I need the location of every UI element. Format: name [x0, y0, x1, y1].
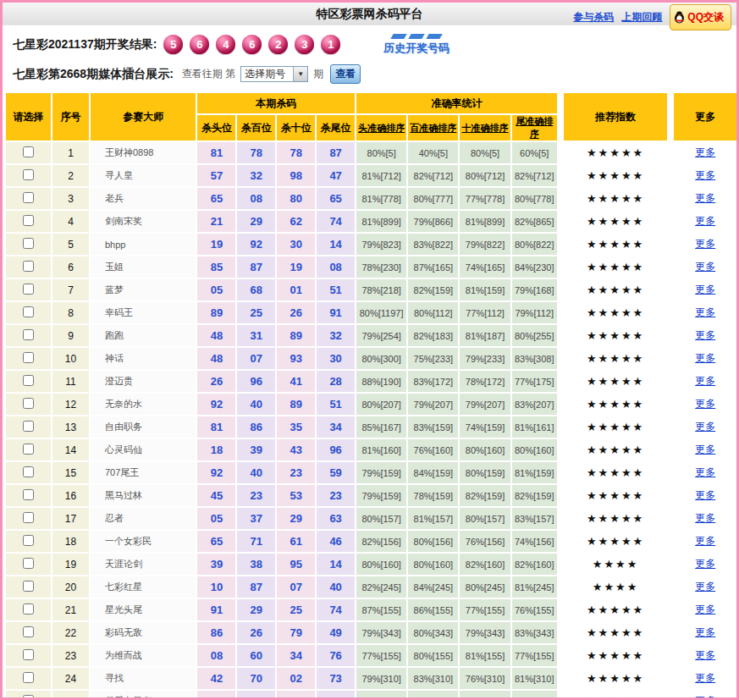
- kill-number: 02: [277, 668, 315, 689]
- row-select-checkbox[interactable]: [23, 581, 34, 592]
- master-name[interactable]: 我爱七星彩: [91, 691, 196, 700]
- more-link[interactable]: 更多: [695, 421, 715, 433]
- row-select-checkbox[interactable]: [23, 421, 34, 432]
- sort-hundred-accuracy-link[interactable]: 百准确排序: [408, 115, 458, 141]
- master-name[interactable]: 星光头尾: [91, 599, 196, 620]
- row-select-checkbox[interactable]: [23, 626, 34, 637]
- qq-penguin-icon: [674, 11, 685, 24]
- master-name[interactable]: 幸码王: [91, 302, 196, 323]
- more-link[interactable]: 更多: [695, 672, 715, 684]
- more-link[interactable]: 更多: [695, 626, 715, 638]
- row-index: 9: [52, 325, 89, 346]
- row-select-checkbox[interactable]: [23, 398, 34, 409]
- row-select-checkbox[interactable]: [23, 352, 34, 363]
- master-name[interactable]: 老兵: [91, 188, 196, 209]
- master-name[interactable]: 七彩红星: [91, 576, 196, 598]
- history-numbers-link[interactable]: 历史开奖号码: [383, 34, 449, 56]
- row-select-checkbox[interactable]: [23, 558, 34, 569]
- master-name[interactable]: 自由职务: [91, 416, 196, 438]
- more-link[interactable]: 更多: [695, 146, 715, 158]
- more-link[interactable]: 更多: [695, 649, 715, 661]
- more-link[interactable]: 更多: [695, 466, 715, 478]
- master-name[interactable]: 神话: [91, 348, 196, 369]
- row-select-checkbox[interactable]: [23, 512, 34, 523]
- more-link[interactable]: 更多: [695, 192, 715, 204]
- master-name[interactable]: 黑马过林: [91, 485, 196, 506]
- more-link[interactable]: 更多: [695, 444, 715, 455]
- master-name[interactable]: 为维而战: [91, 645, 196, 666]
- row-select-checkbox[interactable]: [23, 329, 34, 340]
- row-select-checkbox[interactable]: [23, 604, 34, 615]
- more-link[interactable]: 更多: [695, 604, 715, 615]
- master-name[interactable]: 玉姐: [91, 256, 196, 278]
- accuracy-stat: 80%[155]: [408, 645, 458, 666]
- accuracy-stat: 84%[230]: [512, 256, 562, 278]
- more-link[interactable]: 更多: [695, 284, 715, 295]
- row-select-checkbox[interactable]: [23, 695, 34, 700]
- kill-number: 29: [237, 599, 275, 620]
- more-link[interactable]: 更多: [695, 238, 715, 250]
- more-link[interactable]: 更多: [695, 695, 715, 700]
- more-link[interactable]: 更多: [695, 535, 715, 547]
- table-row: 20七彩红星1087074082%[245]84%[245]80%[245]81…: [6, 576, 736, 598]
- master-name[interactable]: 跑跑: [91, 325, 196, 346]
- row-select-checkbox[interactable]: [23, 466, 34, 477]
- row-select-checkbox[interactable]: [23, 192, 34, 203]
- more-link[interactable]: 更多: [695, 215, 715, 227]
- sort-tail-accuracy-link[interactable]: 尾准确排序: [512, 115, 562, 141]
- row-select-checkbox[interactable]: [23, 238, 34, 249]
- master-name[interactable]: 蓝梦: [91, 279, 196, 300]
- row-select-checkbox[interactable]: [23, 535, 34, 546]
- master-name[interactable]: 澄迈贵: [91, 371, 196, 392]
- star-rating: ★★★★: [564, 554, 673, 575]
- accuracy-stat: 79%[285]: [512, 691, 562, 700]
- more-cell: 更多: [674, 416, 736, 438]
- row-select-checkbox[interactable]: [23, 489, 34, 500]
- more-link[interactable]: 更多: [695, 398, 715, 410]
- row-select-checkbox[interactable]: [23, 444, 34, 455]
- sort-head-accuracy-link[interactable]: 头准确排序: [356, 115, 406, 141]
- master-name[interactable]: bhpp: [91, 234, 196, 255]
- accuracy-stat: 82%[712]: [512, 165, 562, 186]
- master-name[interactable]: 寻人皇: [91, 165, 196, 186]
- sort-ten-accuracy-link[interactable]: 十准确排序: [460, 115, 510, 141]
- row-select-checkbox[interactable]: [23, 261, 34, 272]
- period-select[interactable]: 选择期号 ▼: [240, 66, 308, 82]
- row-index: 21: [52, 599, 89, 620]
- more-link[interactable]: 更多: [695, 306, 715, 318]
- kill-number: 92: [197, 462, 235, 483]
- master-name[interactable]: 剑南宋奖: [91, 211, 196, 232]
- more-link[interactable]: 更多: [695, 169, 715, 181]
- master-name[interactable]: 无奈的水: [91, 394, 196, 415]
- more-link[interactable]: 更多: [695, 375, 715, 387]
- accuracy-stat: 87%[155]: [356, 599, 406, 620]
- row-select-checkbox[interactable]: [23, 284, 34, 295]
- master-name[interactable]: 王财神0898: [91, 142, 196, 163]
- row-select-checkbox[interactable]: [23, 169, 34, 180]
- row-select-checkbox[interactable]: [23, 306, 34, 317]
- row-select-checkbox[interactable]: [23, 215, 34, 226]
- more-link[interactable]: 更多: [695, 489, 715, 501]
- more-link[interactable]: 更多: [695, 581, 715, 593]
- more-cell: 更多: [674, 645, 736, 666]
- row-select-checkbox[interactable]: [23, 649, 34, 660]
- kill-number: 51: [317, 394, 355, 415]
- row-select-checkbox[interactable]: [23, 146, 34, 157]
- master-name[interactable]: 彩码无敌: [91, 622, 196, 643]
- view-button[interactable]: 查看: [330, 64, 361, 84]
- more-link[interactable]: 更多: [695, 558, 715, 570]
- master-name[interactable]: 忍者: [91, 508, 196, 529]
- more-link[interactable]: 更多: [695, 329, 715, 341]
- master-name[interactable]: 心灵码仙: [91, 439, 196, 460]
- master-name[interactable]: 天涯论剑: [91, 554, 196, 575]
- more-link[interactable]: 更多: [695, 512, 715, 524]
- master-name[interactable]: 707尾王: [91, 462, 196, 483]
- kill-number: 91: [317, 302, 355, 323]
- row-select-checkbox[interactable]: [23, 375, 34, 386]
- more-link[interactable]: 更多: [695, 261, 715, 273]
- more-link[interactable]: 更多: [695, 352, 715, 364]
- master-name[interactable]: 寻找: [91, 668, 196, 689]
- chevron-down-icon[interactable]: ▼: [293, 67, 307, 81]
- master-name[interactable]: 一个女彩民: [91, 531, 196, 552]
- row-select-checkbox[interactable]: [23, 672, 34, 683]
